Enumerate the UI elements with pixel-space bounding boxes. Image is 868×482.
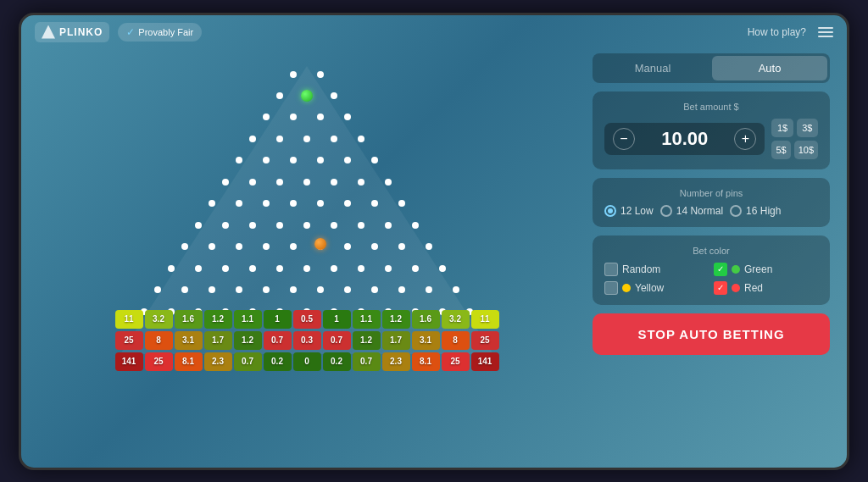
pins-12-label: 12 Low (620, 205, 654, 217)
bet-decrease-btn[interactable]: − (613, 128, 635, 150)
pins-options: 12 Low 14 Normal 16 High (604, 205, 818, 217)
pin (344, 157, 351, 163)
menu-line-3 (818, 36, 833, 37)
pin (439, 265, 446, 272)
multiplier-cell: 8.1 (175, 352, 203, 371)
multiplier-cell: 1.1 (234, 310, 262, 329)
pin (303, 265, 310, 272)
pin (344, 114, 351, 120)
multiplier-cell: 0.3 (293, 331, 321, 350)
pin (344, 243, 351, 250)
manual-mode-btn[interactable]: Manual (595, 56, 710, 80)
top-bar-left: PLINKO ✓ Provably Fair (35, 22, 202, 42)
pins-label: Number of pins (604, 188, 818, 198)
pin (385, 265, 392, 272)
bet-increase-btn[interactable]: + (734, 128, 756, 150)
pins-12-low[interactable]: 12 Low (604, 205, 654, 217)
pin (317, 200, 324, 207)
color-yellow[interactable]: Yellow (604, 281, 709, 295)
provably-fair-badge[interactable]: ✓ Provably Fair (118, 23, 202, 42)
pin (358, 265, 364, 272)
pin (249, 136, 256, 142)
quick-bet-10[interactable]: 10$ (794, 141, 818, 159)
pin (344, 200, 351, 207)
quick-bet-5[interactable]: 5$ (771, 141, 790, 159)
pin (290, 114, 297, 120)
ball-orange (314, 238, 326, 250)
mode-toggle: Manual Auto (593, 53, 830, 83)
multiplier-cell: 1.7 (204, 331, 232, 350)
pin (331, 222, 337, 229)
pin (317, 286, 324, 293)
menu-icon[interactable] (818, 27, 833, 37)
multiplier-cell: 1.2 (382, 310, 410, 329)
pin (181, 243, 188, 250)
pin (222, 222, 229, 229)
multiplier-cell: 25 (115, 331, 143, 350)
multiplier-cell: 1.6 (175, 310, 203, 329)
provably-fair-label: Provably Fair (138, 27, 193, 37)
pin (426, 243, 432, 250)
auto-mode-btn[interactable]: Auto (712, 56, 827, 80)
bet-label: Bet amount $ (604, 102, 818, 112)
multiplier-rows: 113.21.61.21.110.511.11.21.63.2112583.11… (112, 310, 502, 371)
pin (385, 179, 392, 186)
multiplier-cell: 25 (442, 352, 470, 371)
multiplier-cell: 1 (323, 310, 351, 329)
random-check (604, 263, 618, 276)
pins-14-normal[interactable]: 14 Normal (660, 205, 723, 217)
pin (303, 179, 310, 186)
pin (290, 71, 297, 78)
pin (154, 286, 161, 293)
multiplier-cell: 8 (442, 331, 470, 350)
pin (317, 71, 324, 78)
yellow-label: Yellow (635, 282, 664, 294)
multiplier-cell: 3.1 (412, 331, 440, 350)
quick-bet-1[interactable]: 1$ (771, 119, 793, 137)
multiplier-cell: 1.1 (353, 310, 381, 329)
multiplier-cell: 3.2 (145, 310, 173, 329)
pin (195, 265, 202, 272)
multiplier-cell: 25 (145, 352, 173, 371)
pin (317, 157, 324, 163)
multiplier-cell: 0.2 (264, 352, 292, 371)
color-red[interactable]: ✓ Red (714, 281, 818, 295)
pin (371, 157, 378, 163)
pin (263, 200, 270, 207)
menu-line-1 (818, 27, 833, 29)
pins-16-label: 16 High (746, 205, 781, 217)
green-check: ✓ (714, 263, 727, 276)
pin (249, 179, 256, 186)
quick-bet-3[interactable]: 3$ (797, 119, 818, 137)
pins-16-high[interactable]: 16 High (730, 205, 781, 217)
pin (331, 179, 337, 186)
pin (371, 200, 378, 207)
pin (331, 136, 337, 142)
radio-12-low (604, 205, 616, 217)
bet-value: 10.00 (661, 128, 708, 150)
multiplier-cell: 0.2 (323, 352, 351, 371)
pin (263, 114, 270, 120)
pin (236, 286, 242, 293)
pin (290, 286, 297, 293)
pin (236, 200, 242, 207)
multiplier-cell: 2.3 (382, 352, 410, 371)
pin (303, 222, 310, 229)
multiplier-cell: 25 (471, 331, 499, 350)
color-green[interactable]: ✓ Green (714, 263, 818, 276)
pin (344, 286, 351, 293)
color-random[interactable]: Random (604, 263, 709, 276)
plinko-board: 113.21.61.21.110.511.11.21.63.2112583.11… (103, 49, 510, 371)
quick-bet-row-1: 1$ 3$ (771, 119, 818, 137)
pin (276, 136, 283, 142)
triangle-icon (42, 25, 55, 39)
radio-16-high (730, 205, 742, 217)
multiplier-row-2: 2583.11.71.20.70.30.71.21.73.1825 (112, 331, 502, 350)
red-dot (732, 284, 740, 292)
pin (385, 222, 392, 229)
pin (358, 136, 364, 142)
stop-auto-betting-btn[interactable]: STOP AUTO BETTING (593, 313, 830, 355)
how-to-play-link[interactable]: How to play? (748, 26, 806, 38)
pin (276, 265, 283, 272)
logo-badge: PLINKO (35, 22, 109, 42)
